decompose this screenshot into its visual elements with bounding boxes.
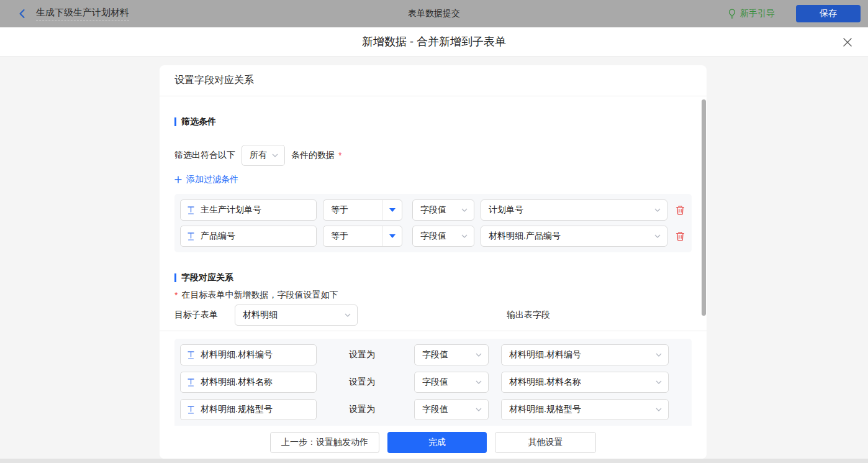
- set-as-label: 设置为: [349, 349, 376, 360]
- chevron-down-icon: [654, 208, 661, 212]
- close-icon: [843, 38, 852, 47]
- previous-step-button[interactable]: 上一步：设置触发动作: [270, 432, 379, 453]
- mapping-field-input[interactable]: 材料明细.材料名称: [180, 372, 317, 393]
- app-topbar: 生成下级生产计划材料 表单数据提交 新手引导 保存: [0, 0, 868, 27]
- filter-row: 主生产计划单号 等于 字段值 计划单号: [180, 199, 686, 221]
- chevron-down-icon: [461, 234, 468, 238]
- text-field-icon: [187, 405, 195, 414]
- required-mark: *: [338, 150, 341, 160]
- filter-section-title: 筛选条件: [174, 116, 692, 127]
- target-subform-select[interactable]: 材料明细: [235, 305, 358, 326]
- section-accent-bar: [174, 117, 176, 126]
- chevron-down-icon: [656, 353, 662, 357]
- filter-row: 产品编号 等于 字段值 材料明细.产品编号: [180, 226, 686, 247]
- chevron-down-icon: [656, 380, 662, 384]
- filter-intro-row: 筛选出符合以下 所有 条件的数据 *: [174, 145, 692, 166]
- filter-field-input[interactable]: 产品编号: [180, 226, 317, 247]
- trash-icon: [676, 231, 685, 241]
- operator-caret[interactable]: [382, 226, 402, 246]
- mapping-row: 材料明细.材料名称 设置为 字段值 材料明细.材料名称: [180, 372, 686, 393]
- divider: [160, 331, 707, 331]
- set-as-label: 设置为: [349, 377, 376, 388]
- other-settings-button[interactable]: 其他设置: [495, 432, 596, 453]
- filter-panel: 主生产计划单号 等于 字段值 计划单号: [174, 194, 692, 252]
- done-button[interactable]: 完成: [387, 432, 487, 453]
- chevron-down-icon: [656, 408, 662, 411]
- mapping-row: 材料明细.规格型号 设置为 字段值 材料明细.规格型号: [180, 399, 686, 420]
- filter-valuetype-select[interactable]: 字段值: [412, 199, 474, 221]
- delete-filter-button[interactable]: [674, 230, 686, 242]
- modal-title: 新增数据 - 合并新增到子表单: [362, 34, 506, 49]
- filter-valuetype-select[interactable]: 字段值: [412, 226, 474, 247]
- mapping-note: * 在目标表单中新增数据，字段值设置如下: [174, 290, 692, 301]
- filter-value-select[interactable]: 计划单号: [481, 199, 667, 221]
- filter-value-select[interactable]: 材料明细.产品编号: [481, 226, 667, 247]
- lightbulb-icon: [728, 9, 736, 19]
- card-content: 筛选条件 筛选出符合以下 所有 条件的数据 * 添加过滤条件: [160, 96, 707, 426]
- scrollbar-thumb[interactable]: [702, 99, 706, 316]
- card-title: 设置字段对应关系: [160, 65, 707, 96]
- output-fields-label: 输出表字段: [507, 309, 550, 321]
- modal-body: 设置字段对应关系 筛选条件 筛选出符合以下 所有 条件的数据 * 添加过滤条件: [0, 57, 868, 463]
- mapping-valuetype-select[interactable]: 字段值: [414, 399, 489, 420]
- match-mode-select[interactable]: 所有: [242, 145, 285, 166]
- mapping-value-select[interactable]: 材料明细.材料编号: [501, 344, 669, 365]
- add-filter-link[interactable]: 添加过滤条件: [174, 174, 238, 185]
- close-button[interactable]: [842, 37, 853, 48]
- mapping-valuetype-select[interactable]: 字段值: [414, 344, 489, 365]
- mapping-field-input[interactable]: 材料明细.材料编号: [180, 344, 317, 365]
- intro-suffix: 条件的数据: [291, 150, 335, 161]
- settings-card: 设置字段对应关系 筛选条件 筛选出符合以下 所有 条件的数据 * 添加过滤条件: [160, 65, 707, 459]
- target-subform-row: 目标子表单 材料明细 输出表字段: [174, 305, 692, 326]
- trash-icon: [676, 205, 685, 215]
- guide-label: 新手引导: [740, 8, 775, 19]
- operator-caret[interactable]: [382, 200, 402, 220]
- mapping-value-select[interactable]: 材料明细.材料名称: [501, 372, 669, 393]
- chevron-down-icon: [461, 208, 468, 212]
- chevron-down-icon: [476, 408, 482, 411]
- text-field-icon: [187, 378, 195, 387]
- dimmed-page-strip: [0, 459, 868, 463]
- text-field-icon: [187, 232, 195, 241]
- required-mark: *: [174, 290, 178, 300]
- chevron-down-icon: [476, 353, 482, 357]
- modal-footer: 上一步：设置触发动作 完成 其他设置: [160, 426, 707, 459]
- filter-operator-select[interactable]: 等于: [323, 226, 402, 247]
- mapping-value-select[interactable]: 材料明细.规格型号: [501, 399, 669, 420]
- mapping-valuetype-select[interactable]: 字段值: [414, 372, 489, 393]
- chevron-down-icon: [345, 313, 351, 317]
- mapping-section-title: 字段对应关系: [174, 272, 692, 283]
- chevron-left-icon: [17, 9, 27, 19]
- chevron-down-icon: [476, 380, 482, 384]
- delete-filter-button[interactable]: [674, 204, 686, 216]
- workflow-title[interactable]: 生成下级生产计划材料: [36, 7, 129, 21]
- mapping-panel: 材料明细.材料编号 设置为 字段值 材料明细.材料编号: [174, 339, 692, 426]
- target-subform-label: 目标子表单: [174, 309, 218, 321]
- chevron-down-icon: [272, 154, 278, 157]
- triangle-down-icon: [389, 234, 396, 238]
- back-button[interactable]: [17, 9, 27, 19]
- mapping-field-input[interactable]: 材料明细.规格型号: [180, 399, 317, 420]
- section-accent-bar: [174, 273, 176, 282]
- beginner-guide-link[interactable]: 新手引导: [728, 8, 775, 19]
- modal-header: 新增数据 - 合并新增到子表单: [0, 27, 868, 57]
- filter-operator-select[interactable]: 等于: [323, 199, 402, 221]
- set-as-label: 设置为: [349, 404, 376, 415]
- text-field-icon: [187, 206, 195, 214]
- save-button[interactable]: 保存: [796, 5, 861, 22]
- triangle-down-icon: [389, 208, 396, 212]
- intro-prefix: 筛选出符合以下: [174, 150, 235, 161]
- text-field-icon: [187, 351, 195, 359]
- chevron-down-icon: [654, 234, 661, 238]
- filter-field-input[interactable]: 主生产计划单号: [180, 199, 317, 221]
- mapping-row: 材料明细.材料编号 设置为 字段值 材料明细.材料编号: [180, 344, 686, 365]
- plus-icon: [174, 176, 182, 183]
